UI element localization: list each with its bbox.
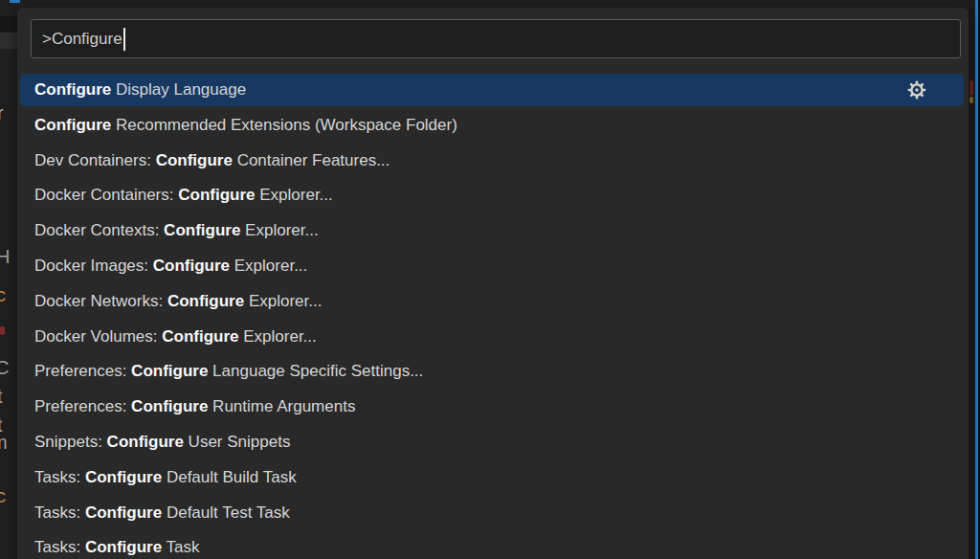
command-item[interactable]: Configure Display Language bbox=[20, 74, 964, 106]
clipped-editor-glyph: t bbox=[0, 387, 3, 406]
command-item-label: Snippets: Configure User Snippets bbox=[34, 433, 290, 452]
command-item[interactable]: Preferences: Configure Language Specific… bbox=[20, 355, 964, 388]
clipped-editor-glyph: c bbox=[0, 285, 6, 304]
minimap-error-mark bbox=[969, 80, 973, 96]
editor-background-band bbox=[0, 33, 17, 49]
command-item[interactable]: Docker Containers: Configure Explorer... bbox=[20, 179, 964, 212]
command-item[interactable]: Docker Contexts: Configure Explorer... bbox=[20, 214, 964, 247]
command-item[interactable]: Tasks: Configure Task bbox=[20, 531, 964, 559]
clipped-editor-glyph: r bbox=[0, 103, 4, 123]
clipped-editor-glyph: H bbox=[0, 247, 10, 266]
gear-icon[interactable] bbox=[907, 80, 926, 100]
command-item-label: Docker Volumes: Configure Explorer... bbox=[34, 327, 317, 347]
command-list: Configure Display Language Configure Rec… bbox=[20, 74, 964, 559]
command-item[interactable]: Tasks: Configure Default Build Task bbox=[20, 461, 964, 494]
command-item[interactable]: Snippets: Configure User Snippets bbox=[20, 426, 964, 458]
clipped-editor-glyph: c bbox=[0, 486, 6, 505]
command-input-value: >Configure bbox=[42, 30, 122, 49]
clipped-editor-glyph: m bbox=[0, 433, 8, 452]
text-caret bbox=[123, 28, 125, 51]
editor-right-sliver bbox=[969, 0, 980, 559]
command-item-label: Tasks: Configure Default Build Task bbox=[34, 468, 297, 487]
minimap-warning-mark bbox=[969, 97, 973, 103]
command-item[interactable]: Preferences: Configure Runtime Arguments bbox=[20, 391, 964, 423]
command-item[interactable]: Configure Recommended Extensions (Worksp… bbox=[20, 109, 964, 142]
command-item[interactable]: Tasks: Configure Default Test Task bbox=[20, 497, 964, 529]
command-item-label: Configure Recommended Extensions (Worksp… bbox=[34, 116, 457, 135]
command-item-label: Configure Display Language bbox=[34, 80, 246, 100]
editor-background-band bbox=[0, 16, 17, 32]
window-edge-accent bbox=[10, 0, 20, 3]
command-item-label: Preferences: Configure Language Specific… bbox=[34, 362, 423, 381]
command-item[interactable]: Docker Networks: Configure Explorer... bbox=[20, 285, 964, 318]
command-item[interactable]: Dev Containers: Configure Container Feat… bbox=[20, 145, 964, 177]
command-item-label: Preferences: Configure Runtime Arguments bbox=[34, 397, 355, 416]
command-item[interactable]: Docker Images: Configure Explorer... bbox=[20, 250, 964, 282]
command-item-label: Tasks: Configure Default Test Task bbox=[34, 503, 290, 523]
command-item-label: Docker Containers: Configure Explorer... bbox=[34, 186, 333, 205]
editor-text-fragment bbox=[0, 326, 5, 335]
command-input[interactable]: >Configure bbox=[31, 19, 961, 58]
clipped-editor-glyph: C bbox=[0, 358, 9, 377]
command-item-label: Dev Containers: Configure Container Feat… bbox=[34, 151, 390, 170]
command-item-label: Docker Contexts: Configure Explorer... bbox=[34, 221, 319, 240]
command-item[interactable]: Docker Volumes: Configure Explorer... bbox=[20, 321, 964, 353]
command-palette: >Configure Configure Display Language bbox=[17, 8, 969, 559]
command-item-label: Docker Networks: Configure Explorer... bbox=[34, 292, 322, 311]
command-item-label: Docker Images: Configure Explorer... bbox=[34, 257, 307, 276]
command-item-label: Tasks: Configure Task bbox=[34, 538, 200, 557]
